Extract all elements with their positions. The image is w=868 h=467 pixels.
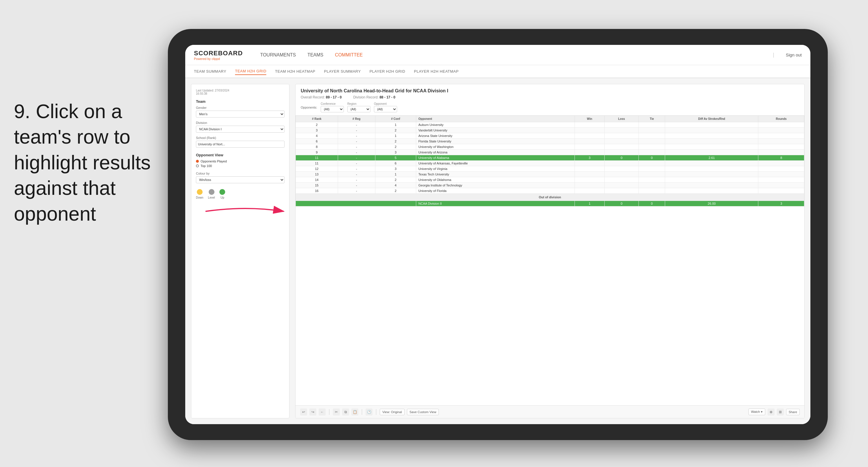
table-cell: 3 — [375, 150, 416, 155]
table-cell: 1 — [375, 122, 416, 128]
table-cell — [604, 166, 639, 172]
table-cell — [604, 144, 639, 150]
legend-circle-level — [209, 189, 214, 195]
od-diff: 26.00 — [665, 201, 758, 206]
toolbar-paste-btn[interactable]: 📋 — [351, 409, 358, 415]
table-cell: 4 — [375, 183, 416, 188]
toolbar-icon1[interactable]: ⊕ — [768, 409, 775, 415]
legend-down: Down — [196, 189, 204, 199]
grid-table: # Rank # Reg # Conf Opponent Win Loss Ti… — [296, 116, 804, 206]
table-cell: 8 — [758, 155, 804, 161]
subnav-player-summary[interactable]: PLAYER SUMMARY — [324, 68, 361, 75]
table-cell: 2 — [375, 177, 416, 183]
table-cell: - — [338, 150, 375, 155]
table-cell — [758, 133, 804, 139]
colour-by-select[interactable]: Win/loss — [196, 176, 284, 183]
table-cell: 4 — [296, 133, 338, 139]
nav-teams[interactable]: TEAMS — [307, 51, 323, 59]
table-header-row: # Rank # Reg # Conf Opponent Win Loss Ti… — [296, 116, 804, 122]
school-input[interactable] — [196, 141, 284, 148]
toolbar-watch-btn[interactable]: Watch ▾ — [748, 409, 765, 415]
table-cell: 2 — [375, 139, 416, 144]
table-row[interactable]: 11-6University of Arkansas, Fayetteville — [296, 161, 804, 166]
tablet-screen: SCOREBOARD Powered by clippd TOURNAMENTS… — [185, 45, 810, 424]
col-rounds: Rounds — [758, 116, 804, 122]
table-row[interactable]: 12-3University of Virginia — [296, 166, 804, 172]
table-cell — [604, 122, 639, 128]
table-row[interactable]: 4-1Arizona State University — [296, 133, 804, 139]
subnav-player-h2h-heatmap[interactable]: PLAYER H2H HEATMAP — [414, 68, 459, 75]
sidebar-panel: Last Updated: 27/03/2024 16:55:38 Team G… — [191, 84, 289, 418]
legend-circle-up — [219, 189, 225, 195]
toolbar-back-btn[interactable]: ← — [319, 409, 326, 415]
toolbar-undo-btn[interactable]: ↩ — [300, 409, 307, 415]
table-cell: 2 — [296, 122, 338, 128]
table-cell — [665, 144, 758, 150]
logo-area: SCOREBOARD Powered by clippd — [194, 50, 243, 60]
toolbar-save-custom-btn[interactable]: Save Custom View — [407, 409, 439, 415]
toolbar-share-btn[interactable]: Share — [786, 409, 800, 415]
subnav-player-h2h-grid[interactable]: PLAYER H2H GRID — [370, 68, 405, 75]
toolbar-sep3 — [376, 409, 376, 415]
conference-filter-select[interactable]: (All) — [321, 106, 344, 112]
col-opponent: Opponent — [416, 116, 575, 122]
division-select[interactable]: NCAA Division I — [196, 126, 284, 133]
toolbar-copy-btn[interactable]: ⧉ — [342, 409, 349, 415]
table-row[interactable]: 16-2University of Florida — [296, 188, 804, 194]
table-row[interactable]: 8-2University of Washington — [296, 144, 804, 150]
od-win: 1 — [575, 201, 604, 206]
top-nav: SCOREBOARD Powered by clippd TOURNAMENTS… — [185, 45, 810, 65]
gender-select[interactable]: Men's — [196, 111, 284, 118]
out-of-division-data-row[interactable]: NCAA Division II 1 0 0 26.00 3 — [296, 201, 804, 206]
table-cell — [604, 188, 639, 194]
table-cell: 2 — [375, 188, 416, 194]
table-cell: University of Virginia — [416, 166, 575, 172]
radio-dot-opponents — [196, 160, 199, 163]
nav-committee[interactable]: COMMITTEE — [335, 51, 363, 59]
table-row[interactable]: 13-1Texas Tech University — [296, 172, 804, 177]
conference-filter-group: Conference (All) — [321, 102, 344, 112]
table-cell — [758, 172, 804, 177]
toolbar-view-original-btn[interactable]: View: Original — [380, 409, 405, 415]
table-row[interactable]: 14-2University of Oklahoma — [296, 177, 804, 183]
table-cell: 0 — [639, 155, 665, 161]
subnav-team-h2h-grid[interactable]: TEAM H2H GRID — [235, 68, 266, 75]
col-rank: # Rank — [296, 116, 338, 122]
gender-label: Gender — [196, 106, 284, 110]
radio-opponents-played[interactable]: Opponents Played — [196, 159, 284, 163]
table-row[interactable]: 2-1Auburn University — [296, 122, 804, 128]
table-cell: University of Oklahoma — [416, 177, 575, 183]
legend-up: Up — [219, 189, 225, 199]
opponent-filter-select[interactable]: (All) — [374, 106, 397, 112]
instruction-text: 9. Click on a team's row to highlight re… — [14, 98, 153, 226]
opponent-filter-group: Opponent (All) — [374, 102, 397, 112]
table-cell: Florida State University — [416, 139, 575, 144]
table-row[interactable]: 9-3University of Arizona — [296, 150, 804, 155]
table-cell: - — [338, 122, 375, 128]
table-row[interactable]: 6-2Florida State University — [296, 139, 804, 144]
instruction-body: Click on a team's row to highlight resul… — [14, 100, 151, 225]
subnav-team-h2h-heatmap[interactable]: TEAM H2H HEATMAP — [275, 68, 315, 75]
region-filter-select[interactable]: (All) — [347, 106, 370, 112]
table-cell — [639, 150, 665, 155]
table-cell: - — [338, 161, 375, 166]
table-row[interactable]: 15-4Georgia Institute of Technology — [296, 183, 804, 188]
col-win: Win — [575, 116, 604, 122]
table-row[interactable]: 3-2Vanderbilt University — [296, 128, 804, 133]
toolbar-cut-btn[interactable]: ✂ — [333, 409, 340, 415]
col-loss: Loss — [604, 116, 639, 122]
table-cell: University of Arizona — [416, 150, 575, 155]
table-cell: Georgia Institute of Technology — [416, 183, 575, 188]
table-row[interactable]: 11-5University of Alabama3002.618 — [296, 155, 804, 161]
toolbar-clock-btn[interactable]: 🕐 — [366, 409, 372, 415]
nav-tournaments[interactable]: TOURNAMENTS — [260, 51, 296, 59]
table-cell — [665, 188, 758, 194]
toolbar-redo-btn[interactable]: ↪ — [309, 409, 316, 415]
sidebar-team-label: Team — [196, 99, 284, 104]
sign-out-link[interactable]: Sign out — [786, 52, 802, 57]
table-cell: 13 — [296, 172, 338, 177]
toolbar-icon2[interactable]: ⊞ — [777, 409, 784, 415]
table-cell — [639, 122, 665, 128]
subnav-team-summary[interactable]: TEAM SUMMARY — [194, 68, 226, 75]
radio-top100[interactable]: Top 100 — [196, 164, 284, 168]
